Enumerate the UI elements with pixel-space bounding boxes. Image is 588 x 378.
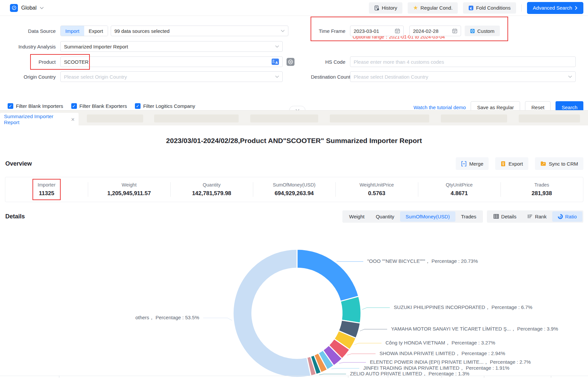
metric-tab-quantity[interactable]: Quantity bbox=[370, 211, 400, 222]
history-icon bbox=[374, 5, 380, 11]
overview-heading: Overview bbox=[5, 160, 32, 167]
report-tabstrip: Summarized Importer Report × bbox=[0, 110, 588, 125]
stat-sum-of-money: SumOfMoney(USD)694,929,263.94 bbox=[253, 180, 335, 199]
chevron-down-icon bbox=[568, 75, 572, 78]
checkbox-checked-icon: ✓ bbox=[135, 103, 141, 109]
date-to-input[interactable]: 2024-02-28 bbox=[409, 26, 461, 36]
table-icon bbox=[494, 214, 499, 219]
fold-conditions-button[interactable]: Fold Conditions bbox=[463, 2, 516, 14]
product-input[interactable]: SCOOTER 文A bbox=[60, 56, 283, 67]
stat-trades: Trades281,938 bbox=[500, 180, 583, 199]
star-icon: ★ bbox=[413, 5, 418, 11]
table-tick bbox=[59, 376, 59, 378]
hs-code-input[interactable]: Please enter more than 4 customs codes bbox=[350, 56, 576, 67]
origin-country-select[interactable]: Please select Origin Country bbox=[60, 71, 283, 82]
calendar-icon bbox=[452, 28, 457, 34]
redacted-area bbox=[250, 114, 318, 122]
divider bbox=[521, 4, 522, 12]
chart-slice-label: others， Percentage : 53.5% bbox=[120, 315, 199, 321]
trade-data-app: Global History ★ Regular Cond. Fold Cond… bbox=[0, 0, 588, 378]
crm-folder-icon bbox=[540, 161, 546, 166]
view-tab-rank[interactable]: Rank bbox=[522, 211, 552, 222]
regular-cond-button[interactable]: ★ Regular Cond. bbox=[408, 2, 458, 14]
date-from-input[interactable]: 2023-03-01 bbox=[350, 26, 404, 36]
view-tab-details[interactable]: Details bbox=[488, 211, 522, 222]
app-logo bbox=[10, 4, 18, 12]
export-file-icon bbox=[500, 161, 506, 167]
custom-icon bbox=[470, 29, 475, 34]
chevron-down-icon bbox=[281, 30, 285, 32]
topbar: Global History ★ Regular Cond. Fold Cond… bbox=[0, 0, 588, 16]
sync-to-crm-button[interactable]: Sync to CRM bbox=[535, 157, 583, 170]
stat-importer: Importer11325 bbox=[5, 180, 88, 199]
chevron-down-icon[interactable] bbox=[40, 7, 44, 9]
chart-slice-label: YAMAHA MOTOR SANAYI VE TİCARET LİMİTED Ş… bbox=[391, 326, 558, 332]
ratio-donut-chart[interactable]: "OOO ""NEW BICYCLE"""， Percentage : 20.7… bbox=[0, 226, 588, 378]
chart-slice-label: ZELIO AUTO PRIVATE LIMITED， Percentage :… bbox=[350, 371, 469, 377]
svg-text:文: 文 bbox=[272, 59, 275, 62]
chevron-down-icon bbox=[275, 45, 279, 48]
advanced-search-button[interactable]: Advanced Search bbox=[527, 2, 583, 14]
import-tab[interactable]: Import bbox=[61, 26, 84, 36]
metric-tab-sum-of-money[interactable]: SumOfMoney(USD) bbox=[400, 211, 455, 222]
tutorial-demo-link[interactable]: Watch the tutorial demo bbox=[414, 105, 466, 110]
table-tick bbox=[484, 376, 484, 378]
industry-analysis-label: Industry Analysis bbox=[0, 44, 60, 49]
metric-tab-weight[interactable]: Weight bbox=[343, 211, 370, 222]
translate-icon[interactable]: 文A bbox=[271, 58, 279, 65]
metric-toggle-group: Weight Quantity SumOfMoney(USD) Trades bbox=[342, 210, 483, 223]
filter-blank-exporters-checkbox[interactable]: ✓ Filter Blank Exporters bbox=[71, 103, 127, 109]
custom-range-button[interactable]: Custom bbox=[465, 26, 500, 36]
tab-summarized-importer-report[interactable]: Summarized Importer Report × bbox=[0, 113, 79, 126]
chart-slice-label: SHOWA INDIA PRIVATE LIMITED， Percentage … bbox=[380, 350, 505, 357]
next-table-top-border bbox=[0, 376, 588, 376]
data-source-label: Data Source bbox=[0, 28, 60, 34]
table-tick bbox=[551, 376, 551, 378]
svg-text:A: A bbox=[275, 61, 278, 64]
destination-country-label: Destination Country bbox=[311, 74, 350, 80]
calendar-icon bbox=[395, 28, 400, 34]
data-sources-select[interactable]: 99 data sources selected bbox=[111, 26, 288, 36]
hs-code-label: HS Code bbox=[311, 59, 350, 65]
close-icon[interactable]: × bbox=[71, 116, 75, 122]
industry-analysis-select[interactable]: Summarized Importer Report bbox=[60, 41, 283, 52]
product-label: Product bbox=[0, 59, 60, 65]
chart-slice-label: ELENTEC POWER INDIA (EPI) PRIVATE LIMITE… bbox=[370, 359, 531, 365]
checkbox-checked-icon: ✓ bbox=[8, 103, 13, 109]
view-tab-ratio[interactable]: Ratio bbox=[552, 211, 582, 222]
redacted-area bbox=[154, 114, 239, 122]
report-content: 2023/03/01-2024/02/28,Product AND"SCOOTE… bbox=[0, 125, 588, 378]
view-toggle-group: Details Rank Ratio bbox=[487, 210, 583, 223]
checkbox-checked-icon: ✓ bbox=[71, 103, 77, 109]
chevron-right-icon bbox=[575, 6, 577, 10]
details-heading: Details bbox=[5, 213, 25, 220]
redacted-area bbox=[330, 114, 429, 122]
stat-quantity: Quantity142,781,579.98 bbox=[170, 180, 253, 199]
chart-slice-label: "OOO ""NEW BICYCLE"""， Percentage : 20.7… bbox=[367, 258, 478, 265]
region-selector-label[interactable]: Global bbox=[21, 5, 36, 11]
redacted-area bbox=[87, 114, 143, 122]
export-tab[interactable]: Export bbox=[84, 26, 108, 36]
filter-logitics-company-checkbox[interactable]: ✓ Filter Logitics Company bbox=[135, 103, 195, 109]
stat-weight: Weight1,205,945,911.57 bbox=[88, 180, 170, 199]
filter-blank-importers-checkbox[interactable]: ✓ Filter Blank Importers bbox=[8, 103, 63, 109]
chart-slice-label: Công ty HONDA VIETNAM， Percentage : 3.27… bbox=[385, 340, 495, 346]
destination-country-select[interactable]: Please select Destination Country bbox=[350, 71, 576, 82]
merge-button[interactable]: Merge bbox=[456, 157, 489, 170]
history-button[interactable]: History bbox=[369, 2, 403, 14]
metric-tab-trades[interactable]: Trades bbox=[455, 211, 482, 222]
data-source-toggle: Import Export bbox=[60, 26, 108, 36]
search-form: Data Source Import Export 99 data source… bbox=[0, 16, 588, 110]
report-title: 2023/03/01-2024/02/28,Product AND"SCOOTE… bbox=[0, 137, 588, 145]
merge-icon bbox=[461, 161, 467, 167]
fuzzy-match-icon[interactable] bbox=[286, 58, 295, 66]
overview-stats-card: Importer11325 Weight1,205,945,911.57 Qua… bbox=[5, 177, 583, 202]
table-tick bbox=[348, 376, 348, 378]
export-button[interactable]: Export bbox=[495, 157, 528, 170]
time-frame-label: Time Frame bbox=[311, 28, 350, 34]
table-tick bbox=[388, 376, 388, 378]
stat-weight-unit-price: WeightUnitPrice0.5763 bbox=[335, 180, 418, 199]
fold-icon bbox=[468, 5, 474, 11]
table-tick bbox=[441, 376, 442, 378]
stat-qty-unit-price: QtyUnitPrice4.8671 bbox=[418, 180, 500, 199]
